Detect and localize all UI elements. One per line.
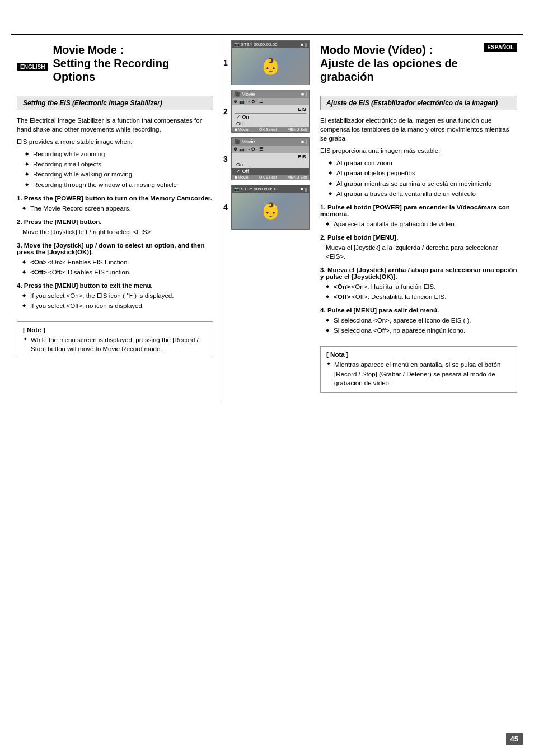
screen-1: 📷 STBY 00:00:00:00 ■ || 👶 [231, 40, 310, 85]
list-item: <On><On>: Enables EIS function. [22, 258, 213, 267]
list-item: Si selecciona <Off>, no aparece ningún i… [326, 326, 517, 335]
screen-2-on: ✓ On [232, 114, 309, 120]
screen-3: 🎥 Movie ■ | ⚙ 📷 · · ✿ · ☰ EIS On ✓ Off ⏺… [231, 137, 310, 180]
screen-1-image: 👶 [232, 48, 309, 85]
screen-3-on: On [232, 161, 309, 168]
english-note-title: [ Note ] [23, 326, 207, 333]
english-step2-heading: 2. Press the [MENU] button. [17, 218, 213, 225]
screen-2-icons: ■ | [301, 91, 307, 97]
screen-4-status: 📷 STBY 00:00:00:00 [234, 186, 277, 192]
spanish-note-item: Mientras aparece el menú en pantalla, si… [326, 360, 511, 387]
step-4-number: 4 [223, 203, 228, 212]
english-note: [ Note ] While the menu screen is displa… [17, 321, 213, 358]
screen-2-wrap: 2 🎥 Movie ■ | ⚙ 📷 · · ✿ · ☰ EIS ✓ On Off [231, 90, 310, 133]
list-item: Recording small objects [25, 160, 213, 169]
spanish-title: Modo Movie (Vídeo) : Ajuste de las opcio… [320, 43, 479, 83]
step-3-number: 3 [223, 155, 228, 164]
english-step4-bullets: If you select <On>, the EIS icon ( ℉ ) i… [22, 291, 213, 310]
list-item: If you select <Off>, no icon is displaye… [22, 301, 213, 310]
english-step3-heading: 3. Move the [Joystick] up / down to sele… [17, 242, 213, 255]
screen-4-top: 📷 STBY 00:00:00:00 ■ || [232, 185, 309, 193]
screen-4-wrap: 4 📷 STBY 00:00:00:00 ■ || 👶 [231, 185, 310, 230]
step-2-number: 2 [223, 107, 228, 116]
screen-1-wrap: 1 📷 STBY 00:00:00:00 ■ || 👶 [231, 40, 310, 85]
screen-4-icons: ■ || [301, 186, 307, 192]
english-title: Movie Mode : Setting the Recording Optio… [53, 43, 213, 83]
screen-3-footer: ⏺Movie OK Select MENU Exit [232, 175, 309, 180]
screen-1-status: 📷 STBY 00:00:00:00 [234, 42, 277, 47]
list-item: Recording through the window of a moving… [25, 180, 213, 189]
screen-3-title: 🎥 Movie [234, 139, 255, 144]
spanish-step2-sub: Mueva el [Joystick] a la izquierda / der… [326, 243, 517, 261]
english-badge: ENGLISH [17, 63, 48, 71]
screen-2-title: 🎥 Movie [234, 91, 255, 97]
english-bullets: Recording while zooming Recording small … [25, 150, 213, 189]
list-item: Recording while zooming [25, 150, 213, 158]
page-number: 45 [506, 733, 523, 745]
list-item: If you select <On>, the EIS icon ( ℉ ) i… [22, 291, 213, 300]
spanish-eis-provides: EIS proporciona una imagen más estable: [320, 146, 517, 155]
screen-4: 📷 STBY 00:00:00:00 ■ || 👶 [231, 185, 310, 230]
spanish-bullets: Al grabar con zoom Al grabar objetos peq… [329, 158, 517, 198]
spanish-note: [ Nota ] Mientras aparece el menú en pan… [320, 346, 517, 392]
spanish-step1-heading: 1. Pulse el botón [POWER] para encender … [320, 204, 517, 217]
screen-3-icons: ■ | [301, 139, 307, 144]
screen-3-eis-label: EIS [232, 153, 309, 161]
english-column: ENGLISH Movie Mode : Setting the Recordi… [11, 35, 222, 401]
screen-3-off: ✓ Off [232, 168, 309, 175]
screen-2: 🎥 Movie ■ | ⚙ 📷 · · ✿ · ☰ EIS ✓ On Off ⏺… [231, 90, 310, 133]
screen-1-top: 📷 STBY 00:00:00:00 ■ || [232, 41, 309, 48]
screen-2-eis-label: EIS [232, 105, 309, 113]
spanish-note-title: [ Nota ] [326, 351, 511, 358]
spanish-step3-heading: 3. Mueva el [Joystick] arriba / abajo pa… [320, 267, 517, 280]
spanish-step3-bullets: <On><On>: Habilita la función EIS. <Off>… [326, 282, 517, 301]
english-note-item: While the menu screen is displayed, pres… [23, 335, 207, 353]
list-item: Al grabar con zoom [329, 158, 517, 167]
spanish-section-title: Ajuste de EIS (Estabilizador electrónico… [320, 96, 517, 110]
list-item: Si selecciona <On>, aparece el icono de … [326, 316, 517, 325]
list-item: <Off><Off>: Deshabilita la función EIS. [326, 292, 517, 301]
page: ENGLISH Movie Mode : Setting the Recordi… [0, 0, 534, 756]
screen-2-top: 🎥 Movie ■ | [232, 90, 309, 98]
list-item: Al grabar objetos pequeños [329, 169, 517, 178]
list-item: Aparece la pantalla de grabación de víde… [326, 220, 517, 228]
spanish-intro: El estabilizador electrónico de la image… [320, 116, 517, 143]
english-step4-heading: 4. Press the [MENU] button to exit the m… [17, 282, 213, 289]
spanish-step4-bullets: Si selecciona <On>, aparece el icono de … [326, 316, 517, 335]
english-step1-bullets: The Movie Record screen appears. [22, 204, 213, 213]
screen-2-off: Off [232, 120, 309, 127]
screen-3-bar: ⚙ 📷 · · ✿ · ☰ [232, 146, 309, 153]
screen-4-image: 👶 [232, 193, 309, 229]
list-item: <Off><Off>: Disables EIS function. [22, 268, 213, 277]
english-section-title: Setting the EIS (Electronic Image Stabil… [17, 96, 213, 110]
spanish-step1-bullets: Aparece la pantalla de grabación de víde… [326, 220, 517, 228]
list-item: Recording while walking or moving [25, 170, 213, 179]
english-step2-sub: Move the [Joystick] left / right to sele… [22, 227, 213, 236]
screen-2-footer: ⏺Movie OK Select MENU Exit [232, 127, 309, 132]
english-step3-bullets: <On><On>: Enables EIS function. <Off><Of… [22, 258, 213, 277]
english-eis-provides: EIS provides a more stable image when: [17, 137, 213, 146]
spanish-header: Modo Movie (Vídeo) : Ajuste de las opcio… [320, 43, 517, 90]
english-step1-heading: 1. Press the [POWER] button to turn on t… [17, 195, 213, 202]
spanish-step4-heading: 4. Pulse el [MENU] para salir del menú. [320, 307, 517, 314]
list-item: Al grabar a través de la ventanilla de u… [329, 189, 517, 198]
screen-3-top: 🎥 Movie ■ | [232, 138, 309, 146]
screen-3-wrap: 3 🎥 Movie ■ | ⚙ 📷 · · ✿ · ☰ EIS On ✓ Off [231, 137, 310, 180]
screens-column: 1 📷 STBY 00:00:00:00 ■ || 👶 2 🎥 Movie [222, 35, 312, 401]
english-header: ENGLISH Movie Mode : Setting the Recordi… [17, 43, 213, 90]
espanol-badge: ESPAÑOL [484, 43, 517, 52]
screen-2-bar: ⚙ 📷 · · ✿ · ☰ [232, 98, 309, 105]
english-intro: The Electrical Image Stabilizer is a fun… [17, 116, 213, 134]
list-item: <On><On>: Habilita la función EIS. [326, 282, 517, 291]
screen-1-icons: ■ || [301, 42, 307, 47]
spanish-step2-heading: 2. Pulse el botón [MENU]. [320, 234, 517, 241]
list-item: Al grabar mientras se camina o se está e… [329, 179, 517, 188]
content-area: ENGLISH Movie Mode : Setting the Recordi… [11, 34, 523, 401]
list-item: The Movie Record screen appears. [22, 204, 213, 213]
step-1-number: 1 [223, 58, 228, 67]
spanish-column: Modo Movie (Vídeo) : Ajuste de las opcio… [312, 35, 523, 401]
